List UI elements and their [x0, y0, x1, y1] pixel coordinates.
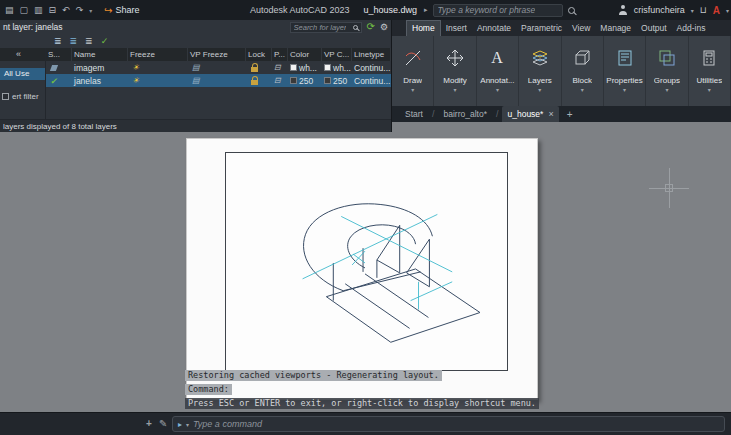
- username[interactable]: crisfuncheira: [634, 5, 685, 15]
- linetype-label[interactable]: Continu...: [352, 63, 391, 73]
- chevron-down-icon[interactable]: ▾: [538, 86, 541, 93]
- search-expand-icon[interactable]: ▸: [424, 6, 428, 14]
- ribbon-panel-layers[interactable]: Layers ▾: [519, 36, 561, 106]
- tab-annotate[interactable]: Annotate: [472, 20, 516, 36]
- drawing-area[interactable]: Restoring cached viewports - Regeneratin…: [0, 122, 731, 412]
- properties-icon: [615, 42, 635, 74]
- file-tab-bairro-alto[interactable]: bairro_alto*: [438, 106, 491, 122]
- gear-icon[interactable]: ⚙: [380, 22, 388, 32]
- linetype-label[interactable]: Continu...: [352, 76, 391, 86]
- file-tab-u-house[interactable]: u_house* ×: [502, 106, 558, 122]
- palette-header: nt layer: janelas Search for layer ⟳ ⚙: [0, 20, 391, 34]
- tab-add-ins[interactable]: Add-ins: [672, 20, 711, 36]
- panel-label: Annotat...: [480, 76, 514, 85]
- tab-view[interactable]: View: [567, 20, 595, 36]
- filter-all-used-layers[interactable]: All Use: [0, 68, 45, 80]
- palette-header-tools: Search for layer ⟳ ⚙: [290, 22, 388, 33]
- ribbon-panel-block[interactable]: Block ▾: [562, 36, 604, 106]
- column-header-lock[interactable]: Lock: [246, 48, 272, 61]
- column-header-status[interactable]: S...: [46, 48, 72, 61]
- tab-output[interactable]: Output: [636, 20, 672, 36]
- color-swatch[interactable]: [290, 77, 297, 84]
- unlock-icon[interactable]: [251, 80, 258, 85]
- vp-freeze-icon[interactable]: ▤: [192, 63, 200, 72]
- new-layer-button[interactable]: ≣: [54, 35, 62, 47]
- file-tab-start[interactable]: Start: [400, 106, 428, 122]
- vp-color-swatch[interactable]: [324, 64, 331, 71]
- layer-filter-pane: « All Use ert filter: [0, 48, 46, 119]
- share-arrow-icon: ↪: [104, 5, 112, 16]
- color-swatch[interactable]: [290, 64, 297, 71]
- ribbon-panel-annotate[interactable]: A Annotat... ▾: [477, 36, 519, 106]
- close-icon[interactable]: ×: [548, 106, 553, 122]
- ribbon-panel-groups[interactable]: Groups ▾: [646, 36, 688, 106]
- freeze-sun-icon[interactable]: ☀: [132, 76, 139, 85]
- printer-icon[interactable]: ⊟: [274, 63, 281, 72]
- column-header-plot[interactable]: P...: [272, 48, 288, 61]
- column-header-vp-freeze[interactable]: VP Freeze: [188, 48, 246, 61]
- column-header-name[interactable]: Name: [72, 48, 128, 61]
- redo-icon[interactable]: ↷: [76, 0, 84, 20]
- ribbon-panel-draw[interactable]: Draw ▾: [392, 36, 434, 106]
- ribbon-panel-properties[interactable]: Properties ▾: [604, 36, 646, 106]
- chevron-down-icon[interactable]: ▾: [623, 86, 626, 93]
- vp-color-swatch[interactable]: [324, 77, 331, 84]
- printer-icon[interactable]: ⊟: [274, 76, 281, 85]
- panel-label: Draw: [403, 76, 422, 85]
- column-header-vp-color[interactable]: VP C...: [322, 48, 352, 61]
- chevron-down-icon[interactable]: ▾: [726, 7, 729, 14]
- crosshair-icon[interactable]: +: [146, 418, 152, 429]
- layer-toolbar: ≣ ≣ ≣ ✓: [0, 34, 391, 48]
- new-file-icon[interactable]: ▢: [20, 0, 29, 20]
- invert-filter-checkbox[interactable]: ert filter: [0, 92, 45, 101]
- layout-viewport[interactable]: [225, 152, 508, 371]
- search-icon[interactable]: [568, 7, 575, 14]
- crosshair-pickbox: [665, 184, 673, 192]
- layers-icon: [530, 42, 550, 74]
- layer-row-imagem[interactable]: imagem ☀ ▤ ⊟ wh... wh... Continu...: [46, 61, 391, 74]
- command-input[interactable]: ▸ ▾ Type a command: [172, 416, 725, 432]
- chevron-down-icon[interactable]: ▾: [691, 7, 694, 14]
- chevron-down-icon[interactable]: ▾: [454, 86, 457, 93]
- tab-insert[interactable]: Insert: [441, 20, 472, 36]
- qat-dropdown-icon[interactable]: ▾: [89, 7, 92, 14]
- unlock-icon[interactable]: [251, 67, 258, 72]
- chevron-down-icon[interactable]: ▾: [411, 86, 414, 93]
- file-tab-separator: /: [496, 109, 499, 119]
- set-current-layer-button[interactable]: ✓: [101, 35, 109, 47]
- app-store-icon[interactable]: ⊔: [700, 5, 707, 15]
- chevron-down-icon[interactable]: ▾: [708, 86, 711, 93]
- vp-freeze-icon[interactable]: ▤: [192, 76, 200, 85]
- new-tab-button[interactable]: +: [563, 109, 577, 120]
- layer-row-janelas[interactable]: ✓ janelas ☀ ▤ ⊟ 250 250 Continu...: [46, 74, 391, 87]
- ribbon-panel-utilities[interactable]: Utilities ▾: [689, 36, 731, 106]
- layer-search-input[interactable]: Search for layer: [290, 22, 362, 33]
- recent-commands-icon[interactable]: ▾: [186, 421, 189, 428]
- keyword-search-input[interactable]: Type a keyword or phrase: [433, 4, 563, 17]
- column-header-freeze[interactable]: Freeze: [128, 48, 188, 61]
- collapse-panel-button[interactable]: «: [0, 48, 45, 61]
- delete-layer-button[interactable]: ≣: [85, 35, 93, 47]
- tab-manage[interactable]: Manage: [595, 20, 636, 36]
- document-title: u_house.dwg: [364, 5, 418, 15]
- app-menu-icon[interactable]: ▤: [5, 0, 14, 20]
- chevron-down-icon[interactable]: ▾: [496, 86, 499, 93]
- column-header-linetype[interactable]: Linetype: [352, 48, 391, 61]
- tab-home[interactable]: Home: [406, 20, 441, 36]
- open-file-icon[interactable]: ▥: [34, 0, 43, 20]
- save-icon[interactable]: ⊟: [49, 0, 57, 20]
- column-header-color[interactable]: Color: [288, 48, 322, 61]
- share-button[interactable]: ↪ Share: [104, 5, 139, 16]
- tab-parametric[interactable]: Parametric: [516, 20, 567, 36]
- file-tab-bar: Start / bairro_alto* / u_house* × +: [392, 106, 731, 122]
- new-layer-vp-frozen-button[interactable]: ≣: [70, 35, 78, 47]
- undo-icon[interactable]: ↶: [62, 0, 70, 20]
- autodesk-logo-icon[interactable]: A: [713, 5, 720, 16]
- refresh-icon[interactable]: ⟳: [367, 22, 375, 32]
- chevron-down-icon[interactable]: ▾: [581, 86, 584, 93]
- chevron-down-icon[interactable]: ▾: [665, 86, 668, 93]
- ribbon-panel-modify[interactable]: Modify ▾: [434, 36, 476, 106]
- pencil-icon[interactable]: ✎: [159, 418, 167, 429]
- freeze-sun-icon[interactable]: ☀: [132, 63, 139, 72]
- autocad-window: ▤ ▢ ▥ ⊟ ↶ ↷ ▾ ↪ Share Autodesk AutoCAD 2…: [0, 0, 731, 435]
